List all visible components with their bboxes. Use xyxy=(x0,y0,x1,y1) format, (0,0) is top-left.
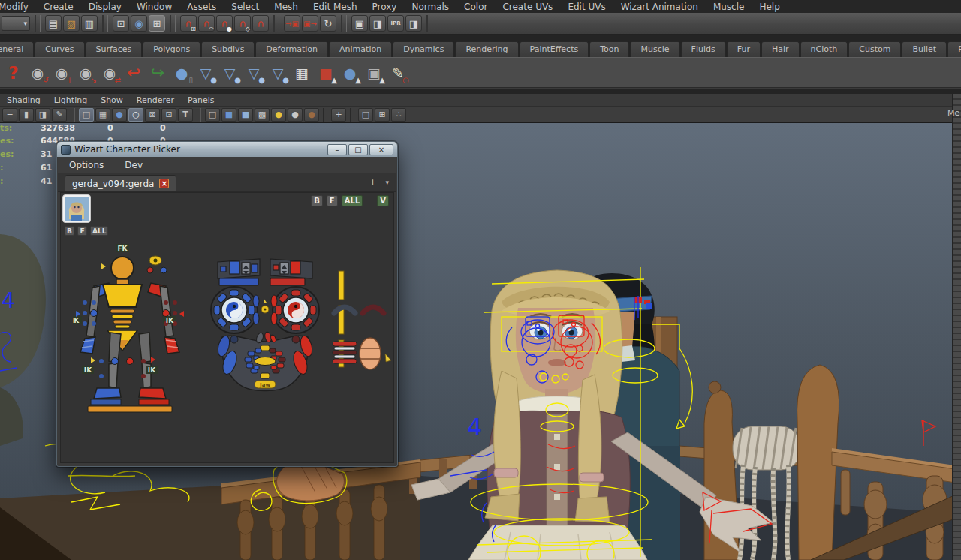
close-button[interactable]: × xyxy=(369,144,393,155)
filter-v-button[interactable]: V xyxy=(377,195,389,206)
shelf-tab-bullet[interactable]: Bullet xyxy=(902,41,947,57)
snap-point-icon[interactable]: ∩● xyxy=(216,15,233,32)
shelf-tab-ncloth[interactable]: nCloth xyxy=(800,41,848,57)
filter-b-button[interactable]: B xyxy=(311,195,323,206)
menu-proxy[interactable]: Proxy xyxy=(365,2,405,12)
shaded-icon[interactable]: ● xyxy=(112,108,127,122)
panel-menu-shading[interactable]: Shading xyxy=(0,95,47,105)
selection-mask-dropdown[interactable]: ▾ xyxy=(2,16,30,31)
tab-close-icon[interactable]: × xyxy=(159,179,169,188)
particle-fill-icon-2[interactable]: ▽● xyxy=(218,60,242,86)
shelf-tab-general[interactable]: General xyxy=(0,41,34,57)
shelf-tab-hair[interactable]: Hair xyxy=(761,41,800,57)
character-tab[interactable]: gerda_v094:gerda × xyxy=(65,175,176,191)
menu-modify[interactable]: Modify xyxy=(0,2,36,12)
snap-surface-icon[interactable]: ∩ xyxy=(252,15,269,32)
character-thumbnail[interactable] xyxy=(62,194,91,223)
render-view-icon[interactable]: ▣ xyxy=(351,15,368,32)
menu-color[interactable]: Color xyxy=(456,2,495,12)
paint-select-icon[interactable]: ✎○ xyxy=(386,60,410,86)
panel-menu-panels[interactable]: Panels xyxy=(181,95,221,105)
shelf-tab-surfaces[interactable]: Surfaces xyxy=(86,41,143,57)
wire-cube-icon[interactable]: □ xyxy=(205,108,220,122)
select-cube-icon[interactable]: ■▲ xyxy=(314,60,338,86)
menu-help[interactable]: Help xyxy=(752,2,787,12)
help-icon[interactable]: ? xyxy=(2,60,26,86)
right-panel-divider[interactable] xyxy=(952,94,961,560)
new-scene-icon[interactable]: ▤ xyxy=(45,15,62,32)
particle-fill-icon-1[interactable]: ▽● xyxy=(194,60,218,86)
scene-cube-icon[interactable]: □ xyxy=(358,108,373,122)
output-connections-icon[interactable]: ▣→ xyxy=(302,15,318,32)
menu-display[interactable]: Display xyxy=(81,2,129,12)
ik-label-leg-right[interactable]: IK xyxy=(148,366,156,374)
save-scene-icon[interactable]: ▥ xyxy=(81,15,98,32)
face-picker-canvas[interactable]: Jaw xyxy=(204,248,326,400)
share-icon[interactable]: ∴ xyxy=(391,108,406,122)
fk-label[interactable]: FK xyxy=(117,245,128,252)
panel-menu-show[interactable]: Show xyxy=(94,95,130,105)
select-hierarchy-icon[interactable]: ⊡ xyxy=(113,15,129,32)
smooth-shaded-icon[interactable]: ○ xyxy=(128,108,143,122)
add-tab-button[interactable]: + xyxy=(369,176,377,188)
grease-pencil-icon[interactable]: ✎ xyxy=(52,108,67,122)
camera-dolly-icon[interactable]: ◉↘ xyxy=(74,60,98,86)
select-sphere-icon[interactable]: ●▲ xyxy=(338,60,362,86)
select-group-icon[interactable]: ▣▲ xyxy=(362,60,386,86)
film-gate-icon[interactable]: ▦ xyxy=(95,108,110,122)
delete-object-icon[interactable]: ●▯ xyxy=(170,60,194,86)
shelf-tab-subdivs[interactable]: Subdivs xyxy=(201,41,255,57)
menu-edit-mesh[interactable]: Edit Mesh xyxy=(306,2,365,12)
tab-menu-chevron-icon[interactable]: ▾ xyxy=(385,179,389,186)
select-object-icon[interactable]: ◉ xyxy=(131,15,147,32)
thumb-b-button[interactable]: B xyxy=(65,226,74,236)
menu-options[interactable]: Options xyxy=(69,160,104,170)
picker-canvas[interactable]: B F ALL V B F ALL xyxy=(60,192,394,463)
menu-wizart-animation[interactable]: Wizart Animation xyxy=(613,2,706,12)
jaw-label[interactable]: Jaw xyxy=(259,382,270,388)
camera-attributes-icon[interactable]: ◨ xyxy=(35,108,50,122)
snap-grid-icon[interactable]: ∩⊞ xyxy=(180,15,197,32)
render-current-frame-icon[interactable]: ◨ xyxy=(369,15,386,32)
shelf-tab-rendering[interactable]: Rendering xyxy=(455,41,518,57)
particle-fill-icon-3[interactable]: ▽● xyxy=(242,60,266,86)
shelf-tab-rigging[interactable]: Rigging xyxy=(947,41,961,57)
redo-view-icon[interactable]: ↪ xyxy=(146,60,170,86)
default-light-icon[interactable]: ● xyxy=(288,108,303,122)
body-picker-canvas[interactable]: FK IK IK IK IK xyxy=(73,241,187,420)
bookmark-icon[interactable]: ▮ xyxy=(19,108,34,122)
window-titlebar[interactable]: Wizart Character Picker – □ × xyxy=(57,142,397,157)
gate-mask-icon[interactable]: ⊠ xyxy=(145,108,160,122)
panel-menu-lighting[interactable]: Lighting xyxy=(47,95,94,105)
filter-f-button[interactable]: F xyxy=(327,195,338,206)
menu-select[interactable]: Select xyxy=(224,2,267,12)
ik-label-right[interactable]: IK xyxy=(166,317,174,324)
shelf-tab-fluids[interactable]: Fluids xyxy=(681,41,726,57)
highlight-selection-icon[interactable]: + xyxy=(331,108,346,122)
menu-create-uvs[interactable]: Create UVs xyxy=(495,2,560,12)
pane-layout-icon[interactable]: ⊞ xyxy=(375,108,390,122)
thumb-f-button[interactable]: F xyxy=(77,226,87,236)
menu-mesh[interactable]: Mesh xyxy=(267,2,306,12)
menu-create[interactable]: Create xyxy=(36,2,81,12)
shelf-tab-dynamics[interactable]: Dynamics xyxy=(393,41,454,57)
input-connections-icon[interactable]: →▣ xyxy=(284,15,300,32)
particle-fill-icon-4[interactable]: ▽● xyxy=(266,60,290,86)
menu-assets[interactable]: Assets xyxy=(179,2,224,12)
minimize-button[interactable]: – xyxy=(327,144,347,155)
flat-cube-icon[interactable]: ■ xyxy=(238,108,253,122)
open-scene-icon[interactable]: ▨ xyxy=(63,15,80,32)
thumb-all-button[interactable]: ALL xyxy=(90,226,108,236)
shelf-tab-toon[interactable]: Toon xyxy=(589,41,629,57)
shelf-tab-animation[interactable]: Animation xyxy=(329,41,392,57)
ik-label-leg-left[interactable]: IK xyxy=(84,366,92,374)
ipr-render-icon[interactable]: IPR xyxy=(387,15,404,32)
shelf-tab-polygons[interactable]: Polygons xyxy=(143,41,200,57)
undo-view-icon[interactable]: ↩ xyxy=(122,60,146,86)
construction-history-icon[interactable]: ↻ xyxy=(320,15,336,32)
snap-curve-icon[interactable]: ∩◠ xyxy=(198,15,215,32)
ik-label-left[interactable]: IK xyxy=(73,317,80,324)
panel-menu-render[interactable]: Renderer xyxy=(130,95,181,105)
shelf-tab-painteffects[interactable]: PaintEffects xyxy=(520,41,589,57)
node-editor-icon[interactable]: ▦ xyxy=(290,60,314,86)
